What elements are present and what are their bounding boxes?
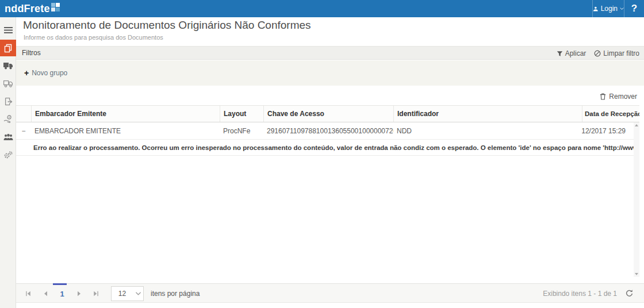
- chevron-down-icon: [620, 6, 624, 11]
- error-message: Erro ao realizar o processamento. Ocorre…: [33, 144, 634, 151]
- page-title: Monitoramento de Documentos Originários …: [23, 19, 311, 32]
- row-detail: Erro ao realizar o processamento. Ocorre…: [16, 140, 634, 156]
- cell-embarcador: EMBARCADOR EMITENTE: [31, 122, 220, 139]
- page-subtitle: Informe os dados para pesquisa dos Docum…: [24, 34, 163, 41]
- pagination-bar: 1 12 itens por página Exibindo itens 1 -…: [16, 283, 644, 303]
- grid-toolbar: Remover: [16, 90, 644, 105]
- sidebar-item-truck[interactable]: [0, 57, 16, 74]
- scroll-down-arrow[interactable]: [634, 271, 639, 277]
- vertical-scrollbar[interactable]: [634, 122, 639, 277]
- filters-actions: Aplicar Limpar filtro: [557, 47, 639, 60]
- next-page-icon: [76, 291, 82, 297]
- filters-bar: Filtros Aplicar Limpar filtro: [16, 46, 644, 60]
- pager-status: Exibindo itens 1 - 1 de 1: [543, 290, 617, 298]
- hamburger-icon: [4, 27, 13, 33]
- main-content: Monitoramento de Documentos Originários …: [16, 17, 644, 308]
- plus-icon: +: [24, 68, 29, 78]
- user-icon: [593, 6, 599, 12]
- sidebar-item-payments[interactable]: [0, 111, 16, 128]
- refresh-button[interactable]: [625, 289, 634, 298]
- truck-icon: [3, 62, 13, 70]
- remove-button[interactable]: Remover: [600, 93, 637, 101]
- funnel-icon: [557, 51, 563, 57]
- sidebar-item-documents[interactable]: [0, 40, 16, 56]
- clear-filter-label: Limpar filtro: [603, 49, 639, 57]
- document-export-icon: [4, 97, 13, 106]
- refresh-icon: [625, 289, 634, 298]
- documents-grid: Embarcador Emitente Layout Chave de Aces…: [16, 105, 639, 283]
- cell-layout: ProcNFe: [220, 122, 263, 139]
- filters-title: Filtros: [22, 49, 41, 57]
- page-header: Monitoramento de Documentos Originários …: [16, 17, 644, 46]
- sidebar-item-document-export[interactable]: [0, 93, 16, 110]
- remove-label: Remover: [609, 93, 637, 101]
- documents-icon: [3, 44, 13, 53]
- row-collapse-toggle[interactable]: −: [16, 122, 31, 139]
- column-header-data-recepcao[interactable]: Data de Recepção ↓: [582, 106, 639, 122]
- truck-outline-icon: [3, 80, 13, 87]
- help-button[interactable]: ?: [624, 0, 644, 17]
- page-size-label: itens por página: [151, 290, 200, 298]
- pager-nav: 1: [20, 284, 105, 303]
- top-bar: nddFrete Login ?: [0, 0, 644, 17]
- apply-filter-label: Aplicar: [565, 49, 586, 57]
- last-page-button[interactable]: [87, 284, 105, 303]
- cell-chave: 2916071109788100136055001000000720100000…: [263, 122, 393, 139]
- scroll-up-arrow[interactable]: [634, 122, 639, 128]
- sidebar-item-settings[interactable]: [0, 147, 16, 163]
- login-button[interactable]: Login: [592, 0, 624, 17]
- table-row[interactable]: − EMBARCADOR EMITENTE ProcNFe 2916071109…: [16, 122, 634, 140]
- apply-filter-button[interactable]: Aplicar: [557, 49, 586, 57]
- sidebar-menu-toggle[interactable]: [0, 22, 16, 38]
- sidebar-item-users[interactable]: [0, 129, 16, 145]
- cell-identificador: NDD: [393, 122, 582, 139]
- first-page-icon: [25, 291, 31, 297]
- new-group-button[interactable]: + Novo grupo: [24, 68, 67, 78]
- new-group-label: Novo grupo: [32, 69, 67, 77]
- trash-icon: [600, 93, 606, 100]
- column-header-identificador[interactable]: Identificador: [393, 106, 582, 122]
- gears-icon: [3, 151, 13, 159]
- logo-text: nddFrete: [5, 3, 50, 15]
- sidebar-item-truck-outline[interactable]: [0, 75, 16, 92]
- cell-data-recepcao: 07/12/2017 15:29: [582, 122, 628, 139]
- column-header-chave[interactable]: Chave de Acesso: [263, 106, 393, 122]
- header-expand-column: [16, 106, 31, 122]
- users-icon: [3, 133, 13, 141]
- first-page-button[interactable]: [20, 284, 37, 303]
- app-logo: nddFrete: [5, 3, 60, 15]
- select-chevron-icon: [133, 292, 143, 295]
- sidebar-nav: [0, 17, 16, 308]
- cancel-circle-icon: [594, 50, 601, 57]
- next-page-button[interactable]: [70, 284, 87, 303]
- page-number[interactable]: 1: [54, 290, 70, 298]
- page-size-value: 12: [112, 290, 133, 298]
- grid-header-row: Embarcador Emitente Layout Chave de Aces…: [16, 106, 639, 122]
- clear-filter-button[interactable]: Limpar filtro: [594, 49, 639, 57]
- page-size-select[interactable]: 12: [111, 286, 144, 301]
- hand-coin-icon: [3, 115, 13, 124]
- login-label: Login: [601, 5, 618, 13]
- column-header-layout[interactable]: Layout: [220, 106, 263, 122]
- column-header-embarcador[interactable]: Embarcador Emitente: [31, 106, 220, 122]
- logo-squares-icon: [51, 3, 60, 11]
- previous-page-button[interactable]: [37, 284, 54, 303]
- help-label: ?: [631, 3, 637, 14]
- filters-panel: + Novo grupo: [16, 60, 644, 86]
- column-header-data-label: Data de Recepção: [585, 110, 639, 117]
- last-page-icon: [93, 291, 99, 297]
- app-window: nddFrete Login ?: [0, 0, 644, 308]
- previous-page-icon: [43, 291, 48, 297]
